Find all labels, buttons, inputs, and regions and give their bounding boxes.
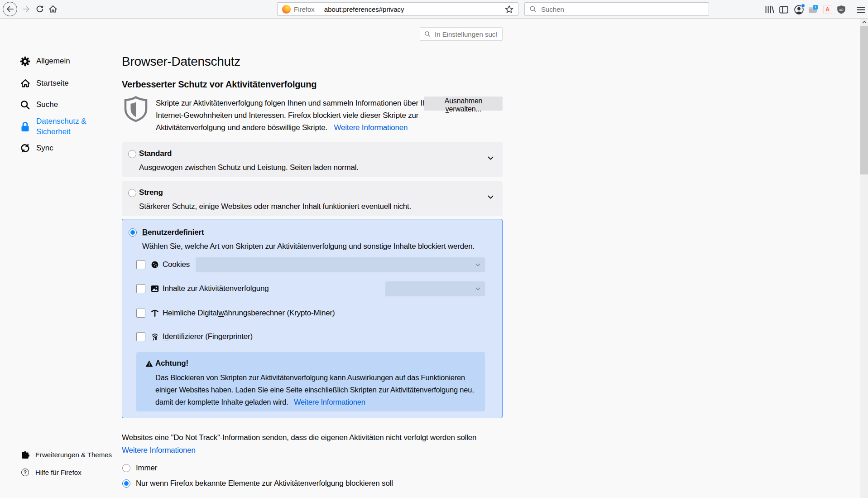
firefox-chip: Firefox bbox=[282, 5, 319, 14]
toolbar-separator bbox=[851, 5, 851, 14]
checkbox-cryptominers-label: Heimliche Digitalwährungsberechner (Kryp… bbox=[163, 309, 335, 318]
sidebar-item-datenschutz-sicherheit[interactable]: Datenschutz & Sicherheit bbox=[19, 116, 94, 137]
intro-link[interactable]: Weitere Informationen bbox=[334, 123, 408, 132]
warning-link[interactable]: Weitere Informationen bbox=[294, 398, 365, 406]
sidebar-item-hilfe[interactable]: ? Hilfe für Firefox bbox=[21, 468, 82, 476]
intro-text: Skripte zur Aktivitätenverfolgung folgen… bbox=[156, 97, 436, 134]
sidebar-item-startseite[interactable]: Startseite bbox=[19, 78, 69, 89]
page-title: Browser-Datenschutz bbox=[122, 54, 240, 69]
scrollbar[interactable] bbox=[860, 19, 868, 498]
dnt-link[interactable]: Weitere Informationen bbox=[122, 446, 196, 455]
forward-arrow-icon bbox=[23, 6, 30, 12]
chevron-down-icon[interactable] bbox=[488, 154, 494, 162]
back-button[interactable] bbox=[3, 2, 17, 16]
reload-button[interactable] bbox=[34, 4, 46, 14]
radio-standard[interactable] bbox=[128, 150, 136, 158]
radio-streng[interactable] bbox=[128, 189, 136, 197]
cryptominers-row: Heimliche Digitalwährungsberechner (Kryp… bbox=[136, 308, 335, 319]
radio-nur-wenn[interactable] bbox=[122, 479, 130, 488]
pickaxe-icon bbox=[150, 309, 159, 317]
svg-text:uO: uO bbox=[839, 8, 843, 11]
manage-exceptions-button[interactable]: Ausnahmen verwalten... bbox=[424, 97, 503, 111]
url-bar[interactable]: Firefox bbox=[277, 2, 518, 16]
browser-search-bar[interactable] bbox=[524, 2, 709, 16]
sidebar-toggle-icon[interactable] bbox=[779, 5, 789, 14]
sidebar-item-label: Startseite bbox=[36, 79, 69, 88]
menu-button[interactable] bbox=[856, 6, 866, 14]
warning-icon bbox=[145, 360, 153, 369]
scroll-up-button[interactable] bbox=[860, 19, 868, 25]
chevron-up-icon bbox=[862, 21, 867, 24]
fingerprinters-row: Identifizierer (Fingerprinter) bbox=[136, 331, 253, 342]
sidebar-footer-label: Hilfe für Firefox bbox=[35, 469, 82, 476]
radio-immer[interactable] bbox=[122, 464, 130, 472]
sidebar-item-label: Allgemein bbox=[36, 57, 70, 66]
sidebar-item-sync[interactable]: Sync bbox=[19, 143, 53, 154]
image-icon bbox=[150, 285, 159, 292]
adobe-extension-icon[interactable]: A bbox=[823, 5, 832, 14]
search-icon bbox=[529, 5, 537, 13]
library-icon[interactable] bbox=[764, 5, 775, 14]
tracking-content-dropdown[interactable] bbox=[385, 281, 485, 296]
checkbox-fingerprinters[interactable] bbox=[136, 332, 145, 341]
back-arrow-icon bbox=[6, 6, 14, 12]
option-standard[interactable]: Standard Ausgewogen zwischen Schutz und … bbox=[122, 142, 503, 177]
checkbox-tracking-content[interactable] bbox=[136, 284, 145, 293]
checkbox-cryptominers[interactable] bbox=[136, 309, 145, 318]
search-icon bbox=[424, 31, 431, 37]
cookies-dropdown[interactable] bbox=[196, 257, 485, 272]
bookmark-star-icon[interactable] bbox=[505, 5, 513, 14]
scroll-thumb[interactable] bbox=[860, 26, 868, 174]
dnt-description: Websites eine "Do Not Track"-Information… bbox=[122, 433, 476, 442]
browser-toolbar: Firefox + bbox=[0, 0, 868, 19]
dnt-option-label: Immer bbox=[136, 464, 157, 473]
sidebar-item-suche[interactable]: Suche bbox=[19, 99, 58, 110]
sidebar-item-label: Datenschutz & Sicherheit bbox=[36, 116, 94, 137]
fingerprint-icon bbox=[150, 333, 159, 341]
settings-search-bar[interactable] bbox=[420, 27, 503, 41]
option-benutzerdefiniert[interactable]: Benutzerdefiniert Wählen Sie, welche Art… bbox=[122, 219, 503, 418]
cookies-row: Cookies bbox=[136, 259, 190, 270]
sidebar-item-erweiterungen-themes[interactable]: Erweiterungen & Themes bbox=[21, 450, 112, 459]
sidebar-item-label: Suche bbox=[36, 100, 58, 109]
url-input[interactable] bbox=[323, 5, 501, 14]
lock-icon bbox=[19, 121, 31, 132]
checkbox-cookies[interactable] bbox=[136, 260, 145, 269]
hamburger-icon bbox=[857, 6, 865, 13]
firefox-window: Firefox + bbox=[0, 0, 868, 498]
section-heading: Verbesserter Schutz vor Aktivitätenverfo… bbox=[122, 79, 317, 90]
account-badge bbox=[801, 4, 805, 8]
chevron-down-icon[interactable] bbox=[488, 193, 494, 201]
dnt-option-immer[interactable]: Immer bbox=[122, 464, 157, 473]
warning-box: Achtung! Das Blockieren von Skripten zur… bbox=[136, 352, 485, 411]
option-benutzerdefiniert-label: Benutzerdefiniert bbox=[142, 228, 204, 237]
sidebar-footer-label: Erweiterungen & Themes bbox=[35, 451, 112, 459]
checkbox-fingerprinters-label: Identifizierer (Fingerprinter) bbox=[163, 332, 253, 341]
option-streng-label: Streng bbox=[139, 188, 163, 197]
account-icon[interactable] bbox=[792, 4, 805, 15]
option-standard-label: Standard bbox=[139, 149, 172, 158]
chevron-down-icon bbox=[475, 287, 480, 290]
forward-button[interactable] bbox=[20, 4, 32, 14]
help-icon: ? bbox=[21, 468, 29, 476]
option-streng[interactable]: Streng Stärkerer Schutz, einige Websites… bbox=[122, 181, 503, 216]
tracking-content-row: Inhalte zur Aktivitätenverfolgung bbox=[136, 283, 269, 294]
firefox-logo-icon bbox=[282, 5, 291, 14]
home-button[interactable] bbox=[47, 4, 59, 14]
reload-icon bbox=[36, 5, 44, 13]
option-standard-desc: Ausgewogen zwischen Schutz und Leistung.… bbox=[139, 163, 359, 172]
firefox-chip-label: Firefox bbox=[294, 5, 315, 13]
warning-title: Achtung! bbox=[155, 359, 188, 368]
option-streng-desc: Stärkerer Schutz, einige Websites oder m… bbox=[139, 202, 411, 211]
radio-benutzerdefiniert[interactable] bbox=[129, 228, 137, 237]
dnt-option-nur-wenn[interactable]: Nur wenn Firefox bekannte Elemente zur A… bbox=[122, 479, 393, 488]
sync-icon bbox=[19, 143, 31, 154]
gear-icon bbox=[19, 56, 31, 67]
ublock-extension-icon[interactable]: uO bbox=[836, 5, 846, 14]
extension-icon[interactable]: + bbox=[808, 5, 818, 14]
sidebar-item-allgemein[interactable]: Allgemein bbox=[19, 56, 70, 67]
puzzle-icon bbox=[21, 450, 29, 459]
settings-search-input[interactable] bbox=[434, 30, 498, 39]
browser-search-input[interactable] bbox=[540, 5, 704, 14]
home-icon bbox=[48, 5, 58, 13]
